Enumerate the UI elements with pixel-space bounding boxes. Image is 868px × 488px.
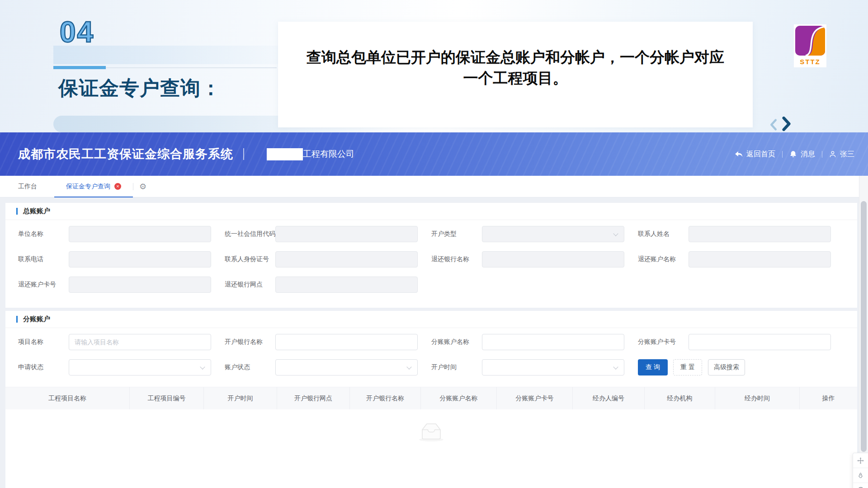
sub-account-name-label: 分账账户名称	[431, 338, 482, 346]
sub-section-header: 分账账户	[5, 311, 857, 328]
field-contact-name: 联系人姓名	[638, 226, 844, 242]
sttz-logo-icon	[795, 26, 825, 56]
sub-account-form: 项目名称开户银行名称分账账户名称分账账户卡号申请状态账户状态开户时间查 询重 置…	[5, 328, 857, 375]
tab-close-icon[interactable]: ×	[114, 183, 121, 190]
messages-button[interactable]: 消息	[789, 150, 815, 159]
query-actions: 查 询重 置高级搜索	[638, 359, 844, 375]
refund-bank-name-input	[482, 251, 624, 267]
gear-icon[interactable]: ⚙	[139, 183, 146, 191]
results-table-header: 工程项目名称工程项目编号开户时间开户银行网点开户银行名称分账账户名称分账账户卡号…	[5, 387, 857, 409]
tab-bar: 工作台 保证金专户查询 × ⚙	[0, 176, 868, 197]
tab-workbench[interactable]: 工作台	[18, 176, 37, 197]
back-home-label: 返回首页	[746, 150, 775, 159]
user-icon	[829, 150, 836, 158]
form-row: 项目名称开户银行名称分账账户名称分账账户卡号	[18, 334, 844, 350]
hero-slide: 04 保证金专户查询： 查询总包单位已开户的保证金总账户和分帐户，一个分帐户对应…	[0, 0, 868, 132]
unified-social-credit-code-input	[275, 226, 418, 242]
hero-description-line2: 一个工程项目。	[463, 68, 568, 89]
hero-section-number: 04	[60, 15, 94, 49]
field-refund-account-card-number: 退还账户卡号	[18, 277, 225, 293]
hero-thin-rule	[106, 67, 277, 68]
reply-arrow-icon	[735, 150, 743, 158]
field-contact-id-number: 联系人身份证号	[225, 251, 431, 267]
form-row: 退还账户卡号退还银行网点	[18, 277, 844, 293]
table-header-sub-account-name: 分账账户名称	[420, 387, 496, 409]
chevron-down-icon	[613, 364, 618, 369]
table-header-project-name: 工程项目名称	[5, 387, 129, 409]
opening-bank-name-input[interactable]	[275, 334, 418, 350]
contact-phone-label: 联系电话	[18, 255, 69, 263]
move-tool-button[interactable]	[853, 453, 868, 468]
hero-title: 保证金专户查询：	[58, 75, 221, 102]
field-sub-account-card-number: 分账账户卡号	[638, 334, 844, 350]
account-status-select[interactable]	[275, 359, 418, 375]
opening-bank-name-label: 开户银行名称	[225, 338, 275, 346]
section-accent-bar	[16, 316, 18, 323]
refund-bank-branch-label: 退还银行网点	[225, 281, 275, 289]
field-contact-phone: 联系电话	[18, 251, 225, 267]
table-header-opening-bank-branch: 开户银行网点	[277, 387, 349, 409]
sub-account-card-number-label: 分账账户卡号	[638, 338, 689, 346]
brand-logo: STTZ	[794, 24, 826, 67]
field-account-status: 账户状态	[225, 359, 431, 375]
sub-account-card: 分账账户 项目名称开户银行名称分账账户名称分账账户卡号申请状态账户状态开户时间查…	[5, 311, 857, 488]
account-status-label: 账户状态	[225, 363, 275, 371]
vertical-scrollbar[interactable]	[859, 176, 868, 488]
messages-label: 消息	[801, 150, 815, 159]
refund-account-name-input	[689, 251, 831, 267]
table-header-open-time: 开户时间	[203, 387, 277, 409]
extra-tool-button[interactable]	[853, 483, 868, 488]
open-account-time-label: 开户时间	[431, 363, 482, 371]
results-table-empty-body	[5, 409, 857, 488]
field-opening-bank-name: 开户银行名称	[225, 334, 431, 350]
rocket-tool-button[interactable]	[853, 468, 868, 483]
project-name-input[interactable]	[69, 334, 211, 350]
prev-slide-icon[interactable]	[769, 118, 778, 131]
field-open-account-time: 开户时间	[431, 359, 638, 375]
contact-phone-input	[69, 251, 211, 267]
navbar-actions: 返回首页 消息 张三	[735, 150, 854, 159]
advanced-search-button[interactable]: 高级搜索	[708, 359, 745, 375]
chevron-down-icon	[200, 364, 205, 369]
scrollbar-thumb[interactable]	[861, 201, 867, 452]
move-icon	[857, 457, 864, 465]
master-account-card: 总账账户 单位名称统一社会信用代码开户类型联系人姓名联系电话联系人身份证号退还银…	[5, 203, 857, 308]
chevron-down-icon	[406, 364, 411, 369]
contact-id-number-input	[275, 251, 418, 267]
sub-account-name-input[interactable]	[482, 334, 624, 350]
contact-id-number-label: 联系人身份证号	[225, 255, 275, 263]
system-title: 成都市农民工工资保证金综合服务系统	[18, 146, 233, 162]
table-header-actions: 操作	[799, 387, 857, 409]
table-header-operator-org: 经办机构	[644, 387, 715, 409]
tab-deposit-account-query[interactable]: 保证金专户查询 ×	[66, 176, 121, 197]
hero-underline	[53, 66, 106, 69]
account-open-type-label: 开户类型	[431, 230, 482, 238]
empty-inbox-icon	[418, 421, 444, 442]
sttz-logo-text: STTZ	[795, 58, 825, 66]
form-row: 联系电话联系人身份证号退还银行名称退还账户名称	[18, 251, 844, 267]
user-menu[interactable]: 张三	[829, 150, 854, 159]
back-home-button[interactable]: 返回首页	[735, 150, 775, 159]
field-refund-bank-branch: 退还银行网点	[225, 277, 431, 293]
table-header-operation-time: 经办时间	[715, 387, 799, 409]
field-sub-account-name: 分账账户名称	[431, 334, 638, 350]
open-account-time-select[interactable]	[482, 359, 624, 375]
apply-status-label: 申请状态	[18, 363, 69, 371]
refund-bank-name-label: 退还银行名称	[431, 255, 482, 263]
reset-button[interactable]: 重 置	[673, 359, 702, 375]
next-slide-icon[interactable]	[781, 117, 792, 131]
refund-account-card-number-label: 退还账户卡号	[18, 281, 69, 289]
apply-status-select[interactable]	[69, 359, 211, 375]
field-unified-social-credit-code: 统一社会信用代码	[225, 226, 431, 242]
query-button[interactable]: 查 询	[638, 359, 668, 375]
sub-account-card-number-input[interactable]	[689, 334, 831, 350]
tabbar-separator	[133, 183, 133, 190]
chevron-down-icon	[613, 231, 618, 236]
section-accent-bar	[16, 208, 18, 215]
master-section-title: 总账账户	[23, 207, 50, 216]
sub-section-title: 分账账户	[23, 315, 50, 324]
company-name-label: 单位名称	[18, 230, 69, 238]
table-header-project-code: 工程项目编号	[129, 387, 203, 409]
unified-social-credit-code-label: 统一社会信用代码	[225, 230, 275, 238]
hero-description-card: 查询总包单位已开户的保证金总账户和分帐户，一个分帐户对应 一个工程项目。	[278, 22, 753, 127]
